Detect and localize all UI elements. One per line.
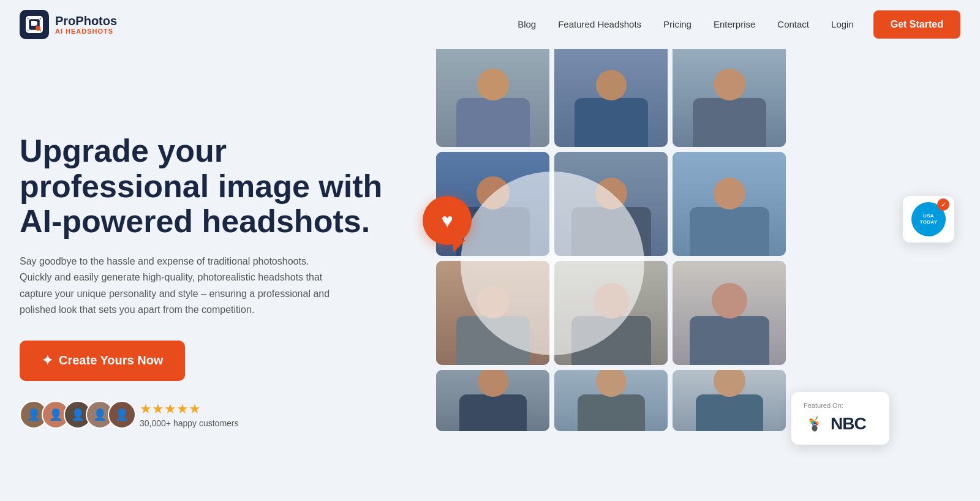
head-1 xyxy=(477,69,509,100)
figure-2 xyxy=(575,70,648,147)
figure-1 xyxy=(456,69,530,147)
avatar-group: 👤 👤 👤 👤 👤 xyxy=(20,401,130,429)
hero-right: Featured On: NBC xyxy=(387,49,960,501)
figure-9 xyxy=(690,283,769,365)
avatar: 👤 xyxy=(108,401,136,429)
nav-links: Blog Featured Headshots Pricing Enterpri… xyxy=(518,19,854,30)
usa-label: USA xyxy=(923,213,934,219)
create-label: Create Yours Now xyxy=(59,353,163,367)
nav-login[interactable]: Login xyxy=(831,19,854,29)
suit-11 xyxy=(578,394,645,431)
suit-3 xyxy=(693,98,766,147)
usa-today-card: USA TODAY ✓ xyxy=(903,196,954,243)
hero-left: Upgrade your professional image with AI-… xyxy=(20,49,387,501)
usa-today-badge-wrap: USA TODAY ✓ xyxy=(911,202,946,236)
head-10 xyxy=(478,370,508,397)
headshot-6 xyxy=(673,152,786,256)
suit-9 xyxy=(690,316,769,365)
headshot-1 xyxy=(436,49,549,147)
headshot-2 xyxy=(554,49,668,147)
featured-on-label: Featured On: xyxy=(804,402,877,409)
suit-2 xyxy=(575,98,648,147)
suit-10 xyxy=(459,394,527,431)
svg-point-3 xyxy=(812,425,818,432)
svg-rect-0 xyxy=(28,18,40,31)
rating-block: ★★★★★ 30,000+ happy customers xyxy=(140,401,239,428)
create-yours-button[interactable]: ✦ Create Yours Now xyxy=(20,341,185,381)
nav-pricing[interactable]: Pricing xyxy=(663,19,692,29)
navbar: ProPhotos AI HEADSHOTS Blog Featured Hea… xyxy=(0,0,980,49)
head-2 xyxy=(596,70,627,100)
suit-12 xyxy=(696,394,763,431)
headshot-11 xyxy=(554,370,668,431)
head-3 xyxy=(714,69,745,100)
suit-1 xyxy=(456,98,530,147)
nav-contact[interactable]: Contact xyxy=(777,19,809,29)
hero-headline: Upgrade your professional image with AI-… xyxy=(20,134,387,239)
hero-subtext: Say goodbye to the hassle and expense of… xyxy=(20,254,338,318)
social-proof: 👤 👤 👤 👤 👤 ★★★★★ 30,000+ happy customers xyxy=(20,401,387,429)
nbc-card: Featured On: NBC xyxy=(791,392,889,445)
figure-12 xyxy=(696,370,763,431)
suit-6 xyxy=(690,207,769,256)
nav-enterprise[interactable]: Enterprise xyxy=(714,19,755,29)
star-rating: ★★★★★ xyxy=(140,401,239,417)
nav-blog[interactable]: Blog xyxy=(518,19,536,29)
headshot-9 xyxy=(673,261,786,365)
head-12 xyxy=(714,370,745,397)
head-11 xyxy=(596,370,627,397)
logo-icon xyxy=(20,10,49,39)
head-6 xyxy=(714,178,745,209)
heart-bubble xyxy=(423,196,472,245)
logo[interactable]: ProPhotos AI HEADSHOTS xyxy=(20,10,117,39)
logo-sub: AI HEADSHOTS xyxy=(55,28,117,35)
wand-icon: ✦ xyxy=(42,353,53,369)
logo-name: ProPhotos xyxy=(55,14,117,28)
figure-11 xyxy=(578,370,645,431)
svg-point-1 xyxy=(36,26,40,31)
headshot-12 xyxy=(673,370,786,431)
figure-6 xyxy=(690,178,769,256)
figure-3 xyxy=(693,69,766,147)
hero-section: Upgrade your professional image with AI-… xyxy=(0,49,980,501)
nbc-label: NBC xyxy=(831,414,866,434)
today-label: TODAY xyxy=(920,219,938,225)
bg-decoration xyxy=(461,171,644,355)
figure-10 xyxy=(459,370,527,431)
get-started-button[interactable]: Get Started xyxy=(873,10,960,39)
nav-featured-headshots[interactable]: Featured Headshots xyxy=(558,19,641,29)
head-9 xyxy=(712,283,747,318)
nbc-peacock-icon xyxy=(804,413,826,435)
check-icon: ✓ xyxy=(937,198,949,211)
headshot-10 xyxy=(436,370,549,431)
nbc-logo: NBC xyxy=(804,413,877,435)
headshot-3 xyxy=(673,49,786,147)
customer-count: 30,000+ happy customers xyxy=(140,418,239,428)
